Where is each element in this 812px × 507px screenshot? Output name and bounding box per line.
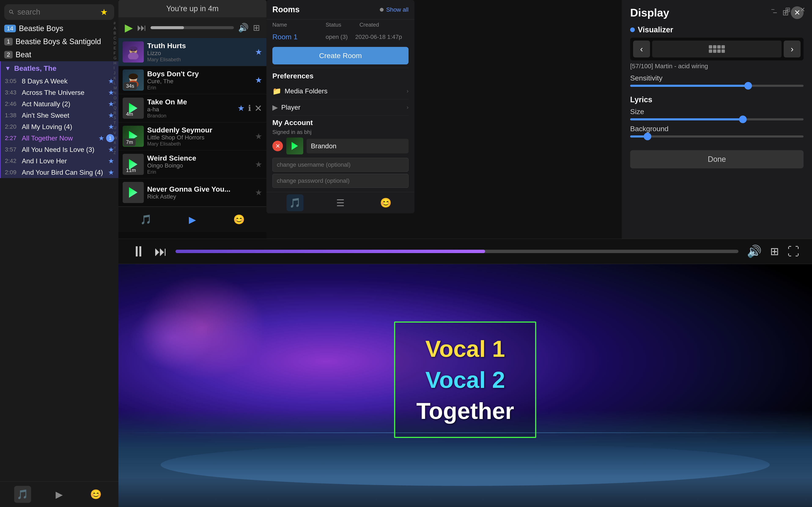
pref-item-player[interactable]: ▶ Player ›	[272, 99, 409, 116]
done-button[interactable]: Done	[630, 150, 804, 168]
queue-volume-icon[interactable]: 🔊	[238, 23, 249, 33]
song-item-allmy[interactable]: 2:20 All My Loving (4) ★	[1, 121, 118, 132]
az-i[interactable]: I	[113, 66, 117, 70]
create-room-button[interactable]: Create Room	[272, 47, 409, 64]
az-a[interactable]: A	[113, 26, 117, 31]
main-progress-bar[interactable]	[175, 250, 739, 253]
eq-button[interactable]: ⊞	[770, 245, 779, 258]
song-star[interactable]: ★	[108, 146, 114, 154]
rooms-show-all-button[interactable]: Show all	[386, 6, 409, 13]
search-input[interactable]	[17, 8, 97, 16]
song-star[interactable]: ★	[108, 123, 114, 131]
queue-item-star[interactable]: ★	[255, 75, 262, 85]
az-b[interactable]: B	[113, 31, 117, 36]
username-input[interactable]	[307, 139, 409, 153]
queue-skip-button[interactable]: ⏭	[137, 22, 146, 33]
queue-item-star[interactable]: ★	[255, 131, 262, 141]
az-hash[interactable]: #	[113, 21, 117, 26]
window-minimize-icon[interactable]: −	[768, 4, 778, 15]
window-close-icon[interactable]: ✕	[797, 4, 808, 15]
pref-item-media-folders[interactable]: 📁 Media Folders ›	[272, 83, 409, 99]
change-username-input[interactable]	[272, 158, 409, 172]
sidebar: ★ # A B C D E F G H I J K L M N O P Q R …	[0, 0, 118, 507]
sidebar-item-beastie-santigold[interactable]: 1 Beastie Boys & Santigold	[0, 35, 118, 48]
queue-item-star[interactable]: ★	[255, 188, 262, 197]
queue-item-take-on-me[interactable]: 4m Take On Me a-ha Brandon ★ ℹ ✕	[118, 94, 266, 122]
queue-item-info-button[interactable]: ℹ	[248, 104, 251, 113]
play-pause-button[interactable]: ⏸	[131, 243, 146, 260]
song-star[interactable]: ★	[108, 168, 114, 176]
viz-next-button[interactable]: ›	[784, 41, 801, 57]
song-item-alltogether[interactable]: 2:27 All Together Now ★ 1	[1, 132, 118, 144]
song-star[interactable]: ★	[108, 100, 114, 108]
queue-footer-emoji-btn[interactable]: 😊	[231, 211, 247, 228]
queue-item-suddenly-seymour[interactable]: 7m Suddenly Seymour Little Shop Of Horro…	[118, 122, 266, 151]
song-item-8days[interactable]: 3:05 8 Days A Week ★	[1, 75, 118, 87]
az-h[interactable]: H	[113, 61, 117, 66]
song-star[interactable]: ★	[108, 89, 114, 97]
queue-progress-bar[interactable]	[151, 26, 234, 29]
lyrics-bg-slider[interactable]	[630, 135, 804, 137]
viz-prev-button[interactable]: ‹	[633, 41, 650, 57]
az-g[interactable]: G	[113, 56, 117, 61]
room-row-1[interactable]: Room 1 open (3) 2020-06-18 1:47p	[266, 30, 414, 44]
az-c[interactable]: C	[113, 36, 117, 41]
queue-item-title: Never Gonna Give You...	[147, 185, 250, 193]
artist-group-header-beatles[interactable]: ▼ Beatles, The	[1, 61, 118, 75]
skip-next-button[interactable]: ⏭	[154, 244, 167, 259]
favorite-filter-star[interactable]: ★	[100, 7, 108, 17]
song-item-allyou[interactable]: 3:57 All You Need Is Love (3) ★	[1, 144, 118, 155]
queue-item-singer: Erin	[147, 85, 250, 91]
window-grid-icon[interactable]: ⊞	[782, 4, 793, 15]
queue-item-star[interactable]: ★	[255, 47, 262, 57]
lyrics-size-slider[interactable]	[630, 118, 804, 120]
song-item-andi[interactable]: 2:42 And I Love Her ★	[1, 155, 118, 167]
az-f[interactable]: F	[113, 51, 117, 56]
song-star[interactable]: ★	[108, 157, 114, 165]
my-account-title: My Account	[272, 116, 409, 129]
lyrics-bg-thumb[interactable]	[644, 133, 651, 140]
queue-item-never-gonna[interactable]: Never Gonna Give You... Rick Astley ★	[118, 178, 266, 207]
visualizer-label: Visualizer	[630, 25, 804, 34]
search-icon	[8, 8, 14, 16]
queue-footer-playlist-btn[interactable]: ▶	[184, 211, 201, 228]
queue-play-button[interactable]: ▶	[125, 21, 133, 34]
sidebar-item-beastie-boys[interactable]: 14 Beastie Boys	[0, 22, 118, 35]
sidebar-footer-emoji-btn[interactable]: 😊	[87, 486, 104, 503]
queue-item-truth-hurts[interactable]: Truth Hurts Lizzo Mary Elisabeth ★	[118, 38, 266, 66]
sensitivity-thumb[interactable]	[744, 82, 752, 90]
svg-point-5	[131, 49, 132, 51]
queue-item-boys-dont-cry[interactable]: 34s Boys Don't Cry Cure, The Erin ★	[118, 66, 266, 94]
sidebar-footer-playlist-btn[interactable]: ▶	[51, 486, 68, 503]
queue-item-remove-button[interactable]: ✕	[254, 103, 262, 114]
song-star[interactable]: ★	[108, 77, 114, 85]
song-star[interactable]: ★	[108, 111, 114, 119]
change-password-input[interactable]	[272, 174, 409, 188]
queue-item-star[interactable]: ★	[255, 160, 262, 169]
queue-eq-icon[interactable]: ⊞	[253, 23, 260, 33]
rooms-footer-queue-btn[interactable]: ☰	[332, 194, 349, 211]
search-bar[interactable]: ★	[4, 4, 114, 20]
az-d[interactable]: D	[113, 41, 117, 46]
smoke-effect-2	[129, 306, 214, 370]
sidebar-item-beat[interactable]: 2 Beat	[0, 48, 118, 61]
song-star[interactable]: ★	[98, 134, 104, 142]
rooms-footer-music-btn[interactable]: 🎵	[287, 194, 303, 211]
queue-item-weird-science[interactable]: 11m Weird Science Oingo Boingo Erin ★	[118, 151, 266, 178]
az-e[interactable]: E	[113, 46, 117, 51]
queue-footer-music-btn[interactable]: 🎵	[138, 211, 154, 228]
sensitivity-slider[interactable]	[630, 85, 804, 87]
lyrics-size-thumb[interactable]	[739, 116, 747, 123]
sidebar-footer-music-btn[interactable]: 🎵	[14, 486, 31, 503]
account-close-button[interactable]: ✕	[272, 141, 283, 151]
queue-item-info: Weird Science Oingo Boingo Erin	[147, 154, 250, 175]
song-item-act[interactable]: 2:46 Act Naturally (2) ★	[1, 98, 118, 110]
rooms-footer-emoji-btn[interactable]: 😊	[377, 194, 394, 211]
queue-item-star[interactable]: ★	[238, 104, 245, 113]
song-item-aint[interactable]: 1:38 Ain't She Sweet ★	[1, 110, 118, 121]
song-item-across[interactable]: 3:43 Across The Universe ★	[1, 87, 118, 98]
song-item-andyour[interactable]: 2:09 And Your Bird Can Sing (4) ★	[1, 167, 118, 178]
fullscreen-button[interactable]: ⛶	[788, 245, 799, 258]
volume-button[interactable]: 🔊	[747, 244, 762, 258]
az-j[interactable]: J	[113, 71, 117, 76]
